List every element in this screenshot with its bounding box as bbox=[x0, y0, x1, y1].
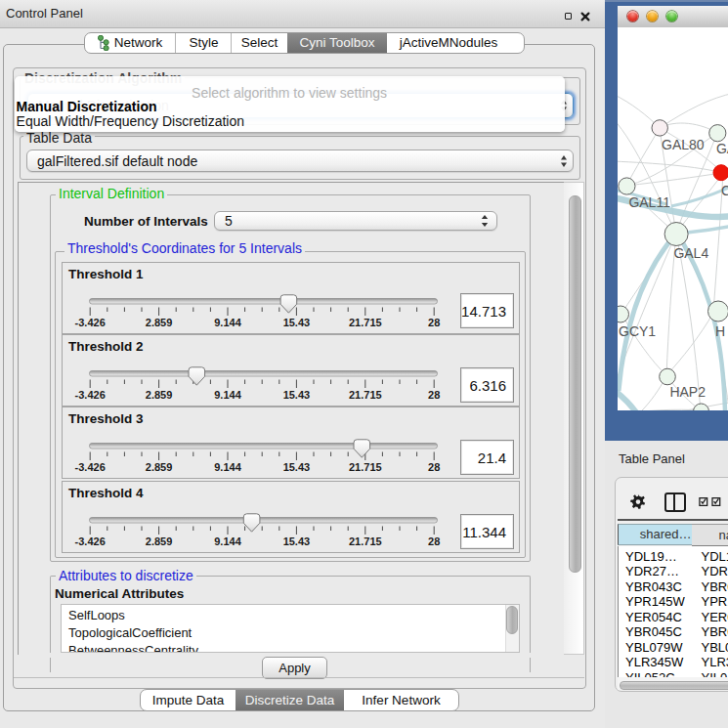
svg-text:HAP2: HAP2 bbox=[669, 384, 706, 400]
svg-text:GAL11: GAL11 bbox=[628, 194, 670, 210]
svg-text:-3.426: -3.426 bbox=[75, 389, 106, 401]
svg-text:9.144: 9.144 bbox=[214, 461, 241, 473]
svg-text:28: 28 bbox=[428, 389, 440, 401]
svg-text:9.144: 9.144 bbox=[214, 317, 241, 328]
svg-text:H: H bbox=[715, 323, 725, 339]
svg-text:-3.426: -3.426 bbox=[75, 317, 106, 328]
svg-text:21.715: 21.715 bbox=[349, 389, 382, 401]
svg-text:GAL80: GAL80 bbox=[662, 137, 705, 152]
svg-text:-3.426: -3.426 bbox=[75, 535, 106, 546]
svg-text:9.144: 9.144 bbox=[214, 535, 241, 546]
svg-text:28: 28 bbox=[428, 535, 440, 546]
svg-text:9.144: 9.144 bbox=[214, 389, 241, 401]
svg-text:C: C bbox=[721, 183, 728, 198]
svg-text:28: 28 bbox=[428, 317, 440, 328]
svg-text:2.859: 2.859 bbox=[146, 461, 173, 473]
svg-text:2.859: 2.859 bbox=[146, 317, 173, 328]
svg-text:2.859: 2.859 bbox=[146, 389, 173, 401]
svg-text:2.859: 2.859 bbox=[146, 535, 173, 546]
svg-text:28: 28 bbox=[428, 461, 440, 473]
svg-text:21.715: 21.715 bbox=[349, 461, 382, 473]
svg-text:15.43: 15.43 bbox=[283, 461, 311, 473]
svg-text:21.715: 21.715 bbox=[349, 535, 382, 546]
svg-text:15.43: 15.43 bbox=[283, 317, 311, 328]
svg-text:15.43: 15.43 bbox=[283, 535, 311, 546]
svg-text:GA: GA bbox=[715, 141, 728, 156]
svg-text:21.715: 21.715 bbox=[349, 317, 382, 328]
svg-text:-3.426: -3.426 bbox=[75, 461, 106, 473]
svg-text:GAL4: GAL4 bbox=[673, 245, 708, 261]
svg-text:GCY1: GCY1 bbox=[619, 323, 656, 339]
svg-text:15.43: 15.43 bbox=[283, 389, 311, 401]
